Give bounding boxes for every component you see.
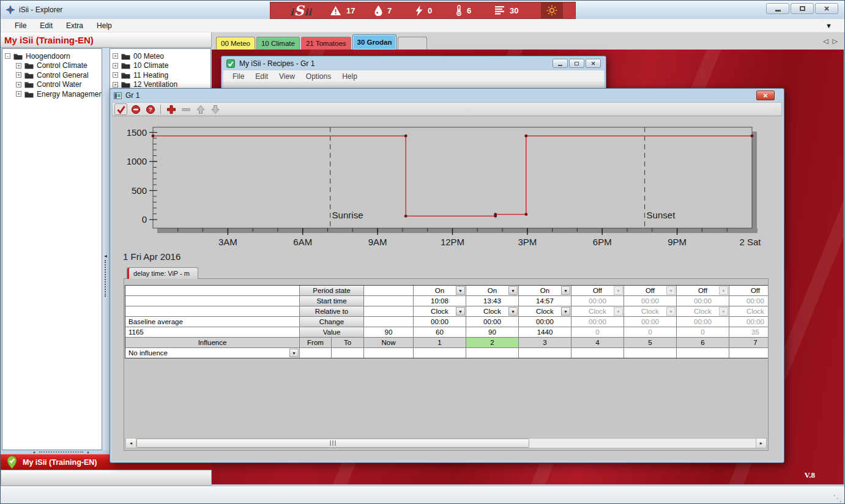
- expand-box-icon[interactable]: +: [113, 53, 118, 59]
- period-2-relative-to-select[interactable]: Clock▼: [466, 306, 518, 316]
- period-1-change[interactable]: 00:00: [414, 317, 466, 327]
- period-1-value[interactable]: 60: [414, 327, 466, 337]
- vertical-splitter[interactable]: ◄: [102, 48, 110, 450]
- period-3-state-select[interactable]: On▼: [519, 286, 571, 295]
- period-tab[interactable]: delay time: ViP - m: [127, 267, 198, 279]
- confirm-button[interactable]: [114, 103, 127, 115]
- close-button[interactable]: ✕: [756, 91, 775, 100]
- add-period-button[interactable]: [165, 103, 177, 115]
- tree-item-00-meteo[interactable]: +00 Meteo: [110, 51, 210, 61]
- cancel-button[interactable]: [129, 103, 142, 115]
- help-button[interactable]: ?: [144, 103, 157, 115]
- tree-item-11-heating[interactable]: +11 Heating: [110, 70, 210, 80]
- maximize-button[interactable]: [791, 3, 814, 14]
- period-2-change[interactable]: 00:00: [466, 317, 518, 327]
- period-3-start-time[interactable]: 14:57: [519, 296, 571, 306]
- close-button[interactable]: ✕: [586, 59, 601, 68]
- tree-item-control-general[interactable]: +Control General: [2, 70, 102, 80]
- expand-box-icon[interactable]: +: [16, 82, 21, 87]
- mdi-tab-30-grodan[interactable]: 30 Grodan: [352, 34, 397, 50]
- dropdown-arrow-icon[interactable]: ▼: [289, 349, 299, 357]
- collapse-box-icon[interactable]: -: [5, 53, 10, 59]
- period-6-column-header[interactable]: 6: [677, 338, 729, 347]
- day-night-button[interactable]: [541, 2, 563, 18]
- period-3-column-header[interactable]: 3: [519, 338, 571, 347]
- dropdown-arrow-icon[interactable]: ▼: [508, 307, 518, 316]
- to-header[interactable]: To: [332, 338, 363, 347]
- period-3-relative-to-select[interactable]: Clock▼: [519, 306, 571, 316]
- tab-scroll-left-icon[interactable]: ◁: [823, 37, 828, 45]
- period-2-value[interactable]: 90: [466, 327, 518, 337]
- close-button[interactable]: ✕: [815, 3, 838, 14]
- mdi-tab-21-tomatoes[interactable]: 21 Tomatoes: [301, 37, 351, 50]
- tab-scroll-right-icon[interactable]: ▷: [833, 37, 838, 45]
- period-1-column-header[interactable]: 1: [414, 338, 466, 347]
- period-3-change[interactable]: 00:00: [519, 317, 571, 327]
- tree-item-control-water[interactable]: +Control Water: [2, 80, 102, 90]
- move-up-button[interactable]: [194, 103, 207, 115]
- period-3-value[interactable]: 1440: [519, 327, 571, 337]
- period-4-column-header[interactable]: 4: [571, 338, 624, 347]
- counter-water-drop[interactable]: 7: [374, 6, 397, 16]
- counter-temperature[interactable]: 6: [456, 5, 477, 16]
- dropdown-arrow-icon[interactable]: ▼: [561, 307, 570, 316]
- menu-extra[interactable]: Extra: [59, 20, 90, 32]
- recipes-menu-options[interactable]: Options: [300, 71, 337, 82]
- period-1-relative-to-select[interactable]: Clock▼: [414, 306, 466, 316]
- scroll-left-button[interactable]: ◄: [126, 439, 136, 448]
- expand-box-icon[interactable]: +: [16, 91, 21, 97]
- minimize-button[interactable]: [553, 59, 568, 68]
- dropdown-arrow-icon[interactable]: ▼: [561, 286, 570, 295]
- mdi-tab-00-meteo[interactable]: 00 Meteo: [216, 37, 255, 50]
- period-1-state-select[interactable]: On▼: [414, 286, 466, 295]
- mdi-tab-empty[interactable]: [398, 37, 427, 50]
- recipes-menu-edit[interactable]: Edit: [250, 71, 274, 82]
- recipes-titlebar[interactable]: My iSii - Recipes - Gr 1 ✕: [223, 56, 604, 70]
- tree-item-control-climate[interactable]: +Control Climate: [2, 61, 102, 71]
- counter-energy-bolt[interactable]: 0: [415, 6, 437, 16]
- counter-alarm-warning[interactable]: 17: [330, 6, 356, 16]
- period-6-state-select[interactable]: Off▼: [677, 286, 729, 295]
- maximize-button[interactable]: [569, 59, 584, 68]
- menu-file[interactable]: File: [8, 20, 33, 32]
- recipes-menu-file[interactable]: File: [227, 71, 250, 82]
- period-1-start-time[interactable]: 10:08: [414, 296, 466, 306]
- tree-item-energy-management[interactable]: +Energy Management: [2, 89, 102, 99]
- counter-message-log[interactable]: 30: [495, 6, 519, 15]
- period-4-state-select[interactable]: Off▼: [571, 286, 624, 295]
- horizontal-scrollbar[interactable]: ◄ ►: [125, 438, 767, 448]
- menu-overflow-arrow-icon[interactable]: ▼: [825, 22, 832, 29]
- influence-select[interactable]: No influence▼: [125, 348, 299, 358]
- remove-period-button[interactable]: [179, 103, 192, 115]
- move-down-button[interactable]: [209, 103, 221, 115]
- period-5-column-header[interactable]: 5: [624, 338, 676, 347]
- resize-grip-icon[interactable]: ⋱: [833, 494, 842, 503]
- period-7-state-select[interactable]: Off: [729, 286, 768, 295]
- dropdown-arrow-icon[interactable]: ▼: [456, 286, 465, 295]
- gr1-titlebar[interactable]: Gr 1 ✕: [112, 89, 782, 102]
- menu-help[interactable]: Help: [90, 20, 119, 32]
- recipes-menu-help[interactable]: Help: [337, 71, 363, 82]
- expand-box-icon[interactable]: +: [16, 63, 21, 69]
- from-header[interactable]: From: [300, 338, 331, 347]
- expand-box-icon[interactable]: +: [113, 63, 118, 69]
- expand-box-icon[interactable]: +: [16, 72, 21, 78]
- now-column-header[interactable]: Now: [364, 338, 413, 347]
- period-5-state-select[interactable]: Off▼: [624, 286, 676, 295]
- period-2-start-time[interactable]: 13:43: [466, 296, 518, 306]
- tree-item-hoogendoorn[interactable]: -Hoogendoorn: [2, 51, 102, 61]
- mdi-tab-10-climate[interactable]: 10 Climate: [256, 37, 300, 50]
- expand-box-icon[interactable]: +: [113, 82, 118, 87]
- period-7-column-header[interactable]: 7: [729, 338, 768, 347]
- recipes-menu-view[interactable]: View: [274, 71, 300, 82]
- scroll-right-button[interactable]: ►: [756, 439, 766, 448]
- tree-item-10-climate[interactable]: +10 Climate: [110, 61, 210, 71]
- menu-edit[interactable]: Edit: [33, 20, 59, 32]
- period-2-column-header[interactable]: 2: [466, 338, 518, 347]
- scrollbar-thumb[interactable]: [136, 439, 529, 448]
- period-2-state-select[interactable]: On▼: [466, 286, 518, 295]
- dropdown-arrow-icon[interactable]: ▼: [456, 307, 465, 316]
- expand-box-icon[interactable]: +: [113, 72, 118, 78]
- dropdown-arrow-icon[interactable]: ▼: [508, 286, 518, 295]
- splitter-grip[interactable]: ◄: [103, 254, 108, 297]
